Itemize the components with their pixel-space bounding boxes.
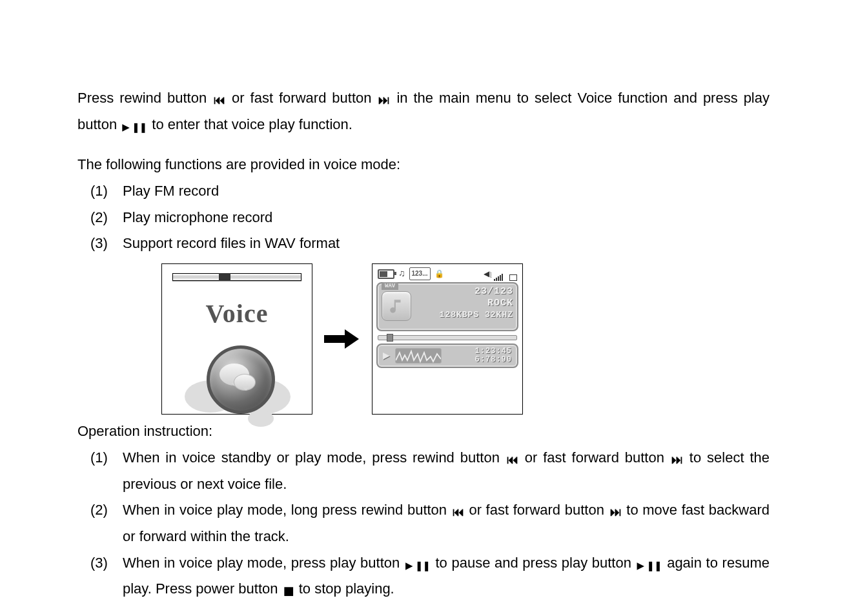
- text: Press rewind button: [77, 90, 212, 106]
- intro-paragraph-2: The following functions are provided in …: [77, 152, 770, 178]
- list-text: When in voice play mode, long press rewi…: [123, 497, 770, 549]
- list-number: (1): [90, 178, 123, 205]
- text: or fast forward button: [525, 449, 664, 466]
- play-pause-icon: ▶ ❚❚: [636, 557, 663, 575]
- voice-icon: [189, 342, 285, 426]
- play-pause-icon: ▶ ❚❚: [121, 119, 148, 137]
- operation-heading: Operation instruction:: [77, 418, 770, 445]
- operation-list: (1) When in voice standby or play mode, …: [77, 445, 770, 602]
- track-info-panel: WAV 23/123 ROCK 128KBPS 32KHZ: [376, 282, 518, 331]
- list-item: (2) Play microphone record: [90, 205, 770, 231]
- arrow-icon: [324, 329, 360, 349]
- intro-paragraph-1: Press rewind button ⏮ or fast forward bu…: [77, 85, 770, 138]
- speaker-icon: ◀: [484, 267, 489, 281]
- menu-scrollbar: [172, 273, 301, 281]
- text: or fast forward button: [469, 502, 608, 518]
- screenshot-figures: Voice ♫ 123... 🔒 ◀ ⦚: [161, 263, 770, 415]
- codec-info: 128KBPS 32KHZ: [415, 309, 513, 321]
- forward-icon: ⏭: [377, 89, 391, 110]
- file-format-tag: WAV: [382, 282, 398, 290]
- text: When in voice standby or play mode, pres…: [123, 449, 505, 466]
- play-icon: ▶: [383, 347, 390, 364]
- waveform-icon: [395, 348, 442, 364]
- list-text: Play FM record: [123, 178, 770, 205]
- text: or fast forward button: [232, 90, 377, 106]
- list-number: (2): [90, 497, 123, 524]
- stop-icon: ■: [282, 580, 295, 601]
- menu-title: Voice: [170, 290, 304, 338]
- battery-icon: [378, 269, 394, 279]
- forward-icon: ⏭: [609, 501, 622, 522]
- text: When in voice play mode, press play butt…: [123, 555, 404, 571]
- seek-bar: [378, 335, 517, 340]
- text: to enter that voice play function.: [152, 116, 352, 132]
- list-number: (1): [90, 445, 123, 471]
- menu-screenshot: Voice: [161, 263, 312, 415]
- rewind-icon: ⏮: [505, 449, 519, 470]
- rewind-icon: ⏮: [212, 89, 226, 110]
- list-item: (1) Play FM record: [90, 178, 770, 205]
- eq-mode: ROCK: [415, 298, 513, 309]
- list-number: (2): [90, 205, 123, 231]
- list-text: Support record files in WAV format: [123, 231, 770, 257]
- file-icon: [382, 291, 411, 321]
- music-icon: ♫: [398, 265, 405, 282]
- list-item: (3) Support record files in WAV format: [90, 231, 770, 257]
- text: to stop playing.: [299, 580, 394, 597]
- list-item: (2) When in voice play mode, long press …: [90, 497, 770, 549]
- function-list: (1) Play FM record (2) Play microphone r…: [77, 178, 770, 257]
- playback-screenshot: ♫ 123... 🔒 ◀ ⦚ WAV 23/123 ROCK 128: [372, 263, 523, 415]
- text: to pause and press play button: [435, 555, 635, 571]
- volume-box-icon: [509, 274, 517, 281]
- forward-icon: ⏭: [670, 449, 684, 470]
- status-bar: ♫ 123... 🔒 ◀ ⦚: [376, 268, 518, 280]
- manual-page: Press rewind button ⏮ or fast forward bu…: [0, 0, 847, 616]
- play-pause-icon: ▶ ❚❚: [404, 557, 431, 575]
- track-index: 23/123: [415, 286, 513, 298]
- time-total: 6:78:90: [475, 356, 512, 364]
- list-number: (3): [90, 231, 123, 257]
- lock-icon: 🔒: [434, 267, 444, 281]
- list-text: When in voice play mode, press play butt…: [123, 550, 770, 602]
- list-item: (3) When in voice play mode, press play …: [90, 550, 770, 602]
- playback-panel: ▶ 1:23:45 6:78:90: [376, 344, 518, 368]
- text: When in voice play mode, long press rewi…: [123, 502, 451, 518]
- list-text: When in voice standby or play mode, pres…: [123, 445, 770, 497]
- volume-indicator: ◀ ⦚: [484, 267, 517, 281]
- folder-indicator: 123...: [409, 267, 431, 281]
- list-item: (1) When in voice standby or play mode, …: [90, 445, 770, 497]
- rewind-icon: ⏮: [451, 501, 465, 522]
- list-text: Play microphone record: [123, 205, 770, 231]
- time-display: 1:23:45 6:78:90: [475, 347, 512, 364]
- list-number: (3): [90, 550, 123, 577]
